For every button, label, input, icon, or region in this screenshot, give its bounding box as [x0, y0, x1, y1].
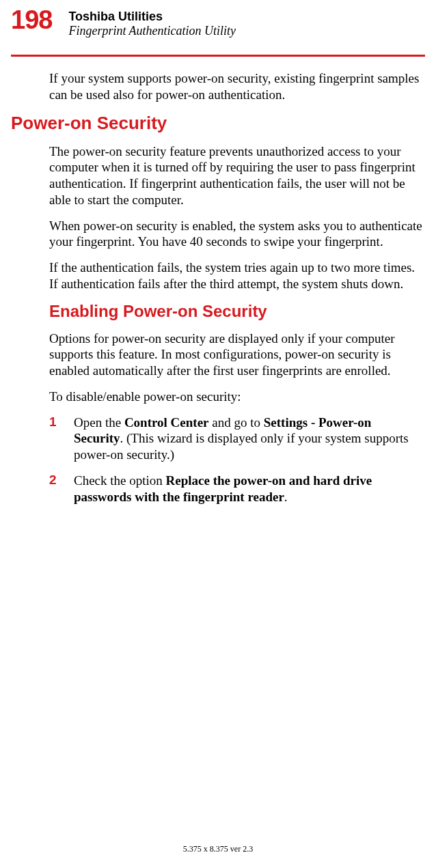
bold-text: Control Center	[124, 415, 209, 430]
text-run: . (This wizard is displayed only if your…	[74, 431, 409, 462]
intro-paragraph: If your system supports power-on securit…	[49, 70, 422, 103]
header-text-block: Toshiba Utilities Fingerprint Authentica…	[68, 5, 236, 38]
step-number: 1	[49, 415, 74, 463]
step-text: Open the Control Center and go to Settin…	[74, 415, 422, 463]
footer-version: 5.375 x 8.375 ver 2.3	[0, 844, 436, 854]
body-paragraph: When power-on security is enabled, the s…	[49, 218, 422, 251]
heading-power-on-security: Power-on Security	[11, 113, 422, 134]
body-paragraph: If the authentication fails, the system …	[49, 260, 422, 292]
page-header: 198 Toshiba Utilities Fingerprint Authen…	[0, 0, 436, 38]
section-subtitle: Fingerprint Authentication Utility	[68, 24, 236, 38]
step-text: Check the option Replace the power-on an…	[74, 473, 422, 505]
text-run: Open the	[74, 415, 124, 430]
text-run: and go to	[209, 415, 264, 430]
chapter-title: Toshiba Utilities	[68, 10, 236, 24]
body-paragraph: The power-on security feature prevents u…	[49, 143, 422, 208]
text-run: Check the option	[74, 473, 166, 488]
page-number: 198	[11, 5, 68, 35]
page-content: If your system supports power-on securit…	[0, 57, 436, 505]
text-run: .	[284, 490, 288, 504]
heading-enabling-power-on-security: Enabling Power-on Security	[49, 302, 422, 321]
body-paragraph: Options for power-on security are displa…	[49, 331, 422, 379]
step-item: 2 Check the option Replace the power-on …	[49, 473, 422, 505]
step-number: 2	[49, 473, 74, 505]
step-item: 1 Open the Control Center and go to Sett…	[49, 415, 422, 463]
body-paragraph: To disable/enable power-on security:	[49, 389, 422, 405]
